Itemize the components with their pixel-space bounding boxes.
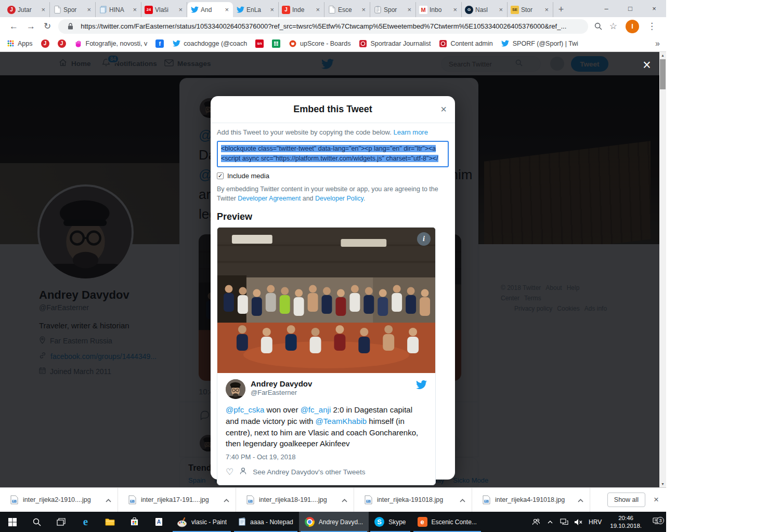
expand-download-icon[interactable] [224, 495, 229, 504]
bookmark-star-icon[interactable]: ☆ [609, 21, 617, 32]
download-item[interactable]: inter_rijeka-191018.jpg [354, 488, 472, 512]
back-icon[interactable]: ← [9, 21, 18, 32]
tray-expand-icon[interactable] [543, 521, 557, 524]
like-icon[interactable]: ♡ [226, 467, 233, 477]
learn-more-link[interactable]: Learn more [393, 128, 427, 136]
developer-agreement-link[interactable]: Developer Agreement [238, 195, 301, 202]
forward-icon[interactable]: → [27, 21, 35, 32]
bookmark-item[interactable]: coachdogge (@coach [172, 39, 247, 48]
tab-close-icon[interactable]: × [40, 6, 46, 14]
bookmark-item[interactable]: J [41, 39, 49, 48]
bookmark-item[interactable]: Sportradar Journalist [359, 39, 431, 48]
bookmark-item[interactable]: sn [255, 39, 264, 48]
taskbar-clock[interactable]: 20:46 19.10.2018. [605, 514, 646, 530]
download-item[interactable]: inter_rijeka2-1910....jpg [0, 488, 118, 512]
address-bar[interactable]: https://twitter.com/FarEasterner/status/… [58, 19, 588, 34]
tray-people-icon[interactable] [529, 518, 543, 526]
bookmark-item[interactable]: J [58, 39, 66, 48]
expand-download-icon[interactable] [106, 495, 111, 504]
expand-download-icon[interactable] [578, 495, 583, 504]
keyboard-language[interactable]: HRV [585, 518, 605, 526]
browser-tab[interactable]: SEStor× [508, 2, 553, 17]
tab-close-icon[interactable]: × [315, 6, 321, 14]
show-all-downloads-button[interactable]: Show all [607, 493, 645, 507]
reload-icon[interactable]: ↻ [44, 21, 51, 32]
tweet-photo[interactable]: i [217, 228, 435, 373]
scrollbar-thumb[interactable] [660, 59, 666, 89]
tab-close-icon[interactable]: × [224, 6, 230, 14]
tab-close-icon[interactable]: × [543, 6, 550, 14]
info-icon[interactable]: i [417, 232, 431, 246]
browser-tab[interactable]: JInde× [279, 2, 324, 17]
bookmark-item[interactable]: f [155, 39, 164, 48]
bookmark-item[interactable] [272, 39, 280, 48]
start-button[interactable] [0, 512, 24, 532]
bookmark-item[interactable]: SPORF (@Sporf) | Twi [501, 39, 578, 48]
expand-download-icon[interactable] [342, 495, 347, 504]
download-item[interactable]: inter_rijeka17-191....jpg [118, 488, 236, 512]
tab-close-icon[interactable]: × [269, 6, 275, 14]
twitter-bird-icon[interactable] [416, 379, 427, 392]
lightbox-close-icon[interactable]: × [643, 57, 651, 73]
browser-tab[interactable]: HINA× [96, 2, 141, 17]
microsoft-store-icon[interactable] [122, 512, 147, 532]
taskbar-app-notepad[interactable]: aaaa - Notepad [232, 512, 299, 532]
bookmarks-overflow-icon[interactable]: » [655, 39, 660, 48]
bookmark-item[interactable]: upScore - Boards [289, 39, 350, 48]
embed-code-field[interactable]: <blockquote class="twitter-tweet" data-l… [217, 141, 449, 167]
scroll-down-icon[interactable]: ▼ [659, 482, 666, 486]
tab-close-icon[interactable]: × [132, 6, 138, 14]
task-view-button[interactable] [49, 512, 73, 532]
minimize-button[interactable]: – [594, 0, 618, 17]
browser-tab[interactable]: 24Vlaši× [141, 2, 187, 17]
browser-tab[interactable]: Esce× [324, 2, 370, 17]
tab-close-icon[interactable]: × [360, 6, 367, 14]
network-icon[interactable] [557, 518, 571, 526]
taskbar-app-paint[interactable]: vlasic - Paint [171, 512, 232, 532]
browser-tab[interactable]: JJutar× [4, 2, 50, 17]
tab-close-icon[interactable]: × [498, 6, 504, 14]
tab-close-icon[interactable]: × [177, 6, 184, 14]
zoom-icon[interactable] [594, 22, 602, 30]
include-media-checkbox[interactable]: ✓ [217, 172, 224, 179]
download-item[interactable]: inter_rijeka18-191....jpg [236, 488, 354, 512]
taskbar-app-skype[interactable]: SSkype [369, 512, 411, 532]
tweet-author-name[interactable]: Andrey Davydov [251, 379, 312, 388]
tab-close-icon[interactable]: × [452, 6, 458, 14]
taskbar-app-escenic[interactable]: eEscenic Conte... [412, 512, 483, 532]
browser-tab[interactable]: Spor× [370, 2, 416, 17]
browser-tab[interactable]: MInbo× [416, 2, 462, 17]
taskbar-app-chrome[interactable]: Andrey Davyd... [299, 512, 369, 532]
profile-icon[interactable] [239, 467, 247, 477]
action-center-icon[interactable]: 3 [646, 517, 666, 527]
browser-profile-avatar[interactable]: I [626, 20, 639, 33]
tweet-author-avatar[interactable] [226, 379, 245, 399]
expand-download-icon[interactable] [460, 495, 465, 504]
bookmark-item[interactable]: Apps [6, 39, 33, 48]
browser-tab[interactable]: GNasl× [462, 2, 508, 17]
modal-close-icon[interactable]: × [440, 103, 447, 115]
window-close-button[interactable]: × [642, 0, 666, 17]
developer-policy-link[interactable]: Developer Policy [315, 195, 363, 202]
bookmark-item[interactable]: Fotografije, novosti, v [74, 39, 148, 48]
browser-tab[interactable]: Spor× [50, 2, 96, 17]
word-app-icon[interactable]: A [147, 512, 171, 532]
taskbar-search-button[interactable] [24, 512, 49, 532]
edge-icon[interactable]: e [73, 512, 98, 532]
new-tab-button[interactable]: + [553, 2, 569, 17]
bookmark-item[interactable]: Content admin [439, 39, 492, 48]
file-explorer-icon[interactable] [98, 512, 122, 532]
menu-icon[interactable]: ⋮ [647, 21, 657, 32]
tab-close-icon[interactable]: × [406, 6, 412, 14]
downloads-close-icon[interactable]: × [654, 495, 659, 505]
browser-tab[interactable]: EnLa× [233, 2, 279, 17]
see-other-tweets-link[interactable]: See Andrey Davydov's other Tweets [253, 468, 365, 476]
scrollbar[interactable]: ▲ ▼ [659, 52, 666, 487]
scroll-up-icon[interactable]: ▲ [659, 54, 666, 57]
browser-tab[interactable]: And× [187, 2, 233, 17]
tweet-author-handle[interactable]: @FarEasterner [251, 389, 312, 396]
volume-muted-icon[interactable] [571, 518, 585, 526]
tab-close-icon[interactable]: × [86, 6, 92, 14]
download-item[interactable]: inter_rijeka4-191018.jpg [472, 488, 590, 512]
maximize-button[interactable]: □ [618, 0, 642, 17]
